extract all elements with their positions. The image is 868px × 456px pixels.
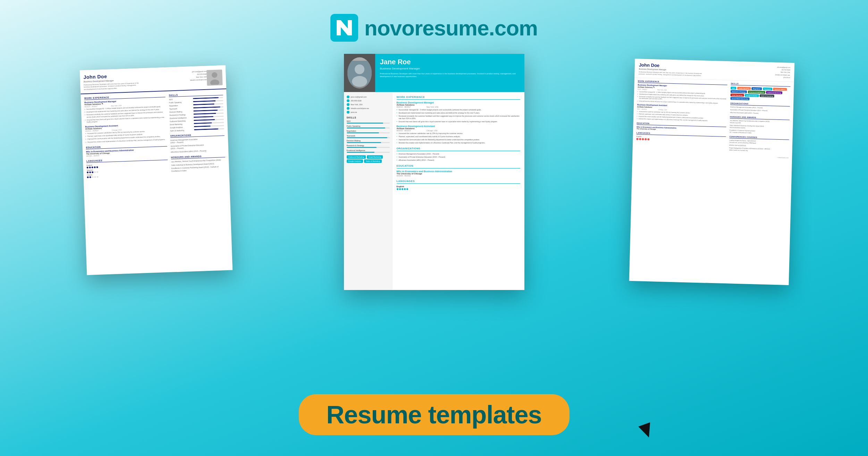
badge-dec: Decision Making — [773, 88, 787, 91]
cs-ei-name: Emotional Intelligence — [347, 149, 390, 151]
center-photo-area — [344, 54, 375, 92]
svg-point-4 — [355, 65, 364, 74]
page-header: novoresume.com — [0, 14, 868, 42]
center-job1-date: 09/2014 - 06/2017 New York, USA — [397, 106, 520, 108]
badge-ga: Google Analytics — [745, 94, 759, 97]
dot2 — [89, 171, 91, 173]
left-honours-title: HONOURS AND AWARDS — [171, 154, 225, 159]
corg2: Association of Private Enterprise Educat… — [397, 156, 520, 158]
linkedin-icon — [347, 107, 349, 110]
center-lang-name: English — [397, 185, 520, 188]
email-icon — [347, 96, 349, 98]
cdot4 — [404, 188, 406, 190]
center-location-item: New York, USA — [347, 103, 390, 106]
svg-point-2 — [210, 79, 219, 85]
center-person-name: Jane Roe — [380, 58, 520, 66]
skill-name-email: Email Marketing — [170, 123, 192, 125]
center-email: jane.roe@gmail.com — [351, 96, 367, 98]
badge-neg: Negotiation — [751, 87, 762, 90]
cdot1 — [397, 188, 398, 190]
skill-name-out: Outbound Marketing — [170, 119, 192, 122]
location-icon — [347, 103, 349, 106]
dot3 — [92, 176, 93, 178]
svg-point-1 — [212, 72, 218, 78]
right-skills-col: SKILLS SEO Public Speaking Negotiation T… — [729, 83, 791, 159]
cs-team-name: Teamwork — [347, 135, 390, 137]
center-main: WORK EXPERIENCE Business Development Man… — [393, 92, 524, 290]
center-avatar — [347, 57, 372, 89]
center-linkedin: linkedin.com/in/jane.roe — [351, 107, 369, 109]
cdot5 — [406, 188, 408, 190]
dot4 — [94, 171, 96, 173]
right-conf-title: CONFERENCES COURSES — [730, 135, 789, 140]
right-desc: Professional Business Developer with mor… — [639, 71, 708, 76]
center-work-title: WORK EXPERIENCE — [397, 96, 520, 100]
center-email-item: jane.roe@gmail.com — [347, 96, 390, 98]
center-web: jane.roe — [351, 111, 357, 113]
tagline-text: Resume templates — [326, 401, 541, 429]
corg1: American Management Association (2015 – … — [397, 153, 520, 155]
right-skills-title: SKILLS — [731, 83, 791, 87]
skill-name-res: Research & Strategy — [169, 113, 192, 116]
cs-ps-name: Public Speaking — [347, 125, 390, 127]
cs-team: Teamwork — [347, 135, 390, 138]
resume-card-left: John Doe Business Development Manager Pr… — [80, 65, 233, 275]
center-phone: 200-555-0166 — [351, 100, 362, 102]
left-languages: English Spanish — [86, 161, 168, 178]
badge-res: Research & Strategy — [731, 90, 747, 93]
center-person-title: Business Development Manager — [380, 67, 520, 70]
right-contact: john.doe@gmail.com 202-533-9168 New York… — [775, 66, 790, 79]
cdot3 — [402, 188, 403, 190]
corg3: eBusiness Association (eBA) (2013 – Pres… — [397, 159, 520, 161]
right-conf3: Project Management Principles and Practi… — [729, 147, 789, 152]
cj2b4: Directed the creation and implementation… — [397, 142, 520, 144]
dot4 — [94, 176, 96, 178]
right-honours-title: HONOURS AND AWARDS — [730, 116, 790, 120]
center-web-item: jane.roe — [347, 111, 390, 114]
dot3 — [92, 171, 93, 173]
right-badges: SEO Public Speaking Negotiation Teamwork… — [730, 86, 790, 102]
right-main-col: WORK EXPERIENCE Business Development Man… — [636, 80, 727, 157]
center-job2-title: Business Development Assistant — [397, 125, 520, 127]
skill-sales: Sales & Marketing — [170, 128, 224, 132]
cdot2 — [399, 188, 401, 190]
right-name-block: John Doe Business Development Manager Pr… — [639, 62, 775, 78]
skill-name-seo: SEO — [169, 98, 192, 100]
center-content: jane.roe@gmail.com 200-555-0166 New York… — [344, 92, 524, 290]
center-edu-degree: MSc in Economics and Business Administra… — [397, 170, 520, 173]
skill-name-team: Teamwork — [169, 107, 192, 110]
left-person-desc: Professional Business Developer with mor… — [84, 82, 140, 91]
center-edu-date: 09/2008 - 06/2010 — [397, 175, 520, 177]
svg-point-5 — [352, 76, 367, 87]
right-orgs-title: ORGANIZATIONS — [730, 102, 790, 107]
badge-outbound: Outbound Marketing — [347, 155, 366, 159]
cj1b2: Developed and implemented new marketing … — [397, 112, 520, 114]
cs-ps: Public Speaking — [347, 125, 390, 128]
badge-team: Teamwork — [763, 88, 773, 91]
center-lang-dots — [397, 188, 520, 190]
dot5 — [96, 171, 98, 173]
cj1b4: Ensured that new clients will grow into … — [397, 121, 520, 123]
center-linkedin-item: linkedin.com/in/jane.roe — [347, 107, 390, 110]
dot1 — [87, 172, 89, 173]
resume-card-center: Jane Roe Business Development Manager Pr… — [344, 54, 524, 290]
dot5 — [96, 176, 98, 178]
dot2 — [89, 166, 91, 168]
right-linkedin: linkedin.com/in/john.doe — [775, 73, 790, 76]
cs-ei: Emotional Intelligence — [347, 149, 390, 153]
center-lang-title: LANGUAGES — [397, 180, 520, 184]
dot4 — [94, 166, 96, 168]
badge-ei: Emotional Intelligence — [748, 91, 765, 94]
right-award3: Excellence in Customer Partnering AwardU… — [730, 129, 789, 135]
center-edu-title: EDUCATION — [397, 164, 520, 168]
center-name-area: Jane Roe Business Development Manager Pr… — [375, 54, 524, 92]
dot1 — [87, 176, 89, 178]
cs-res-name: Research & Strategy — [347, 144, 390, 147]
center-job2-date: 06/2012 - 09/2014 Chicago, USA — [397, 130, 520, 132]
skill-name-dec: Decision Making — [169, 110, 192, 113]
skill-name-sales: Sales & Marketing — [170, 129, 193, 132]
rdot5 — [647, 138, 649, 140]
left-body: WORK EXPERIENCE Business Development Man… — [81, 89, 229, 181]
center-job1-title: Business Development Manager — [397, 101, 520, 104]
badge-seo: SEO — [731, 87, 736, 90]
